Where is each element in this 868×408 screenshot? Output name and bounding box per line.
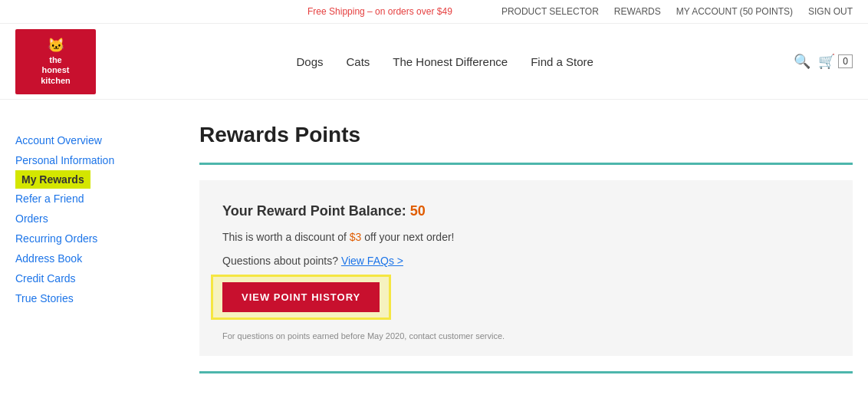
cart-count: 0 <box>838 54 853 68</box>
teal-divider-bottom <box>199 371 853 373</box>
content-wrapper: Account Overview Personal Information My… <box>0 100 868 396</box>
discount-suffix: off your next order! <box>364 231 454 243</box>
product-selector-link[interactable]: PRODUCT SELECTOR <box>501 6 599 17</box>
disclaimer: For questions on points earned before Ma… <box>222 331 830 341</box>
nav-honest-difference[interactable]: The Honest Difference <box>393 55 508 68</box>
balance-line: Your Reward Point Balance: 50 <box>222 203 830 219</box>
sidebar-item-true-stories[interactable]: True Stories <box>15 288 169 308</box>
sign-out-link[interactable]: SIGN OUT <box>808 6 853 17</box>
main-nav: Dogs Cats The Honest Difference Find a S… <box>96 55 794 68</box>
discount-text: This is worth a discount of <box>222 231 347 243</box>
view-point-history-button[interactable]: VIEW POINT HISTORY <box>222 282 380 312</box>
header: 🐱 thehonestkitchen Dogs Cats The Honest … <box>0 24 868 100</box>
faq-text: Questions about points? <box>222 255 338 267</box>
sidebar-item-account-overview[interactable]: Account Overview <box>15 130 169 150</box>
cart-icon: 🛒 <box>818 53 835 70</box>
discount-amount: $3 <box>350 231 362 243</box>
faq-line: Questions about points? View FAQs > <box>222 255 830 267</box>
sidebar: Account Overview Personal Information My… <box>15 123 169 373</box>
sidebar-item-refer-friend[interactable]: Refer a Friend <box>15 189 169 209</box>
sidebar-item-personal-info[interactable]: Personal Information <box>15 150 169 170</box>
main-content: Rewards Points Your Reward Point Balance… <box>169 123 853 373</box>
teal-divider-top <box>199 163 853 165</box>
sidebar-item-orders[interactable]: Orders <box>15 209 169 229</box>
balance-value: 50 <box>410 203 426 219</box>
top-nav: PRODUCT SELECTOR REWARDS MY ACCOUNT (50 … <box>501 6 853 17</box>
header-icons: 🔍 🛒 0 <box>794 53 853 70</box>
my-account-link[interactable]: MY ACCOUNT (50 POINTS) <box>676 6 793 17</box>
sidebar-item-credit-cards[interactable]: Credit Cards <box>15 268 169 288</box>
search-icon[interactable]: 🔍 <box>794 53 810 70</box>
top-bar: Free Shipping – on orders over $49 PRODU… <box>0 0 868 24</box>
nav-find-store[interactable]: Find a Store <box>531 55 593 68</box>
sidebar-item-address-book[interactable]: Address Book <box>15 248 169 268</box>
shipping-banner: Free Shipping – on orders over $49 <box>258 6 501 17</box>
sidebar-item-my-rewards[interactable]: My Rewards <box>15 170 90 189</box>
rewards-link[interactable]: REWARDS <box>614 6 661 17</box>
logo-animal-icon: 🐱 <box>48 37 64 54</box>
balance-label: Your Reward Point Balance: <box>222 203 406 219</box>
sidebar-item-recurring-orders[interactable]: Recurring Orders <box>15 229 169 248</box>
page-title: Rewards Points <box>199 123 853 147</box>
logo[interactable]: 🐱 thehonestkitchen <box>15 29 96 94</box>
rewards-card: Your Reward Point Balance: 50 This is wo… <box>199 180 853 356</box>
cart-wrapper[interactable]: 🛒 0 <box>818 53 853 70</box>
nav-cats[interactable]: Cats <box>346 55 370 68</box>
discount-line: This is worth a discount of $3 off your … <box>222 231 830 243</box>
nav-dogs[interactable]: Dogs <box>296 55 323 68</box>
faq-link[interactable]: View FAQs > <box>341 255 403 267</box>
points-label: 50 POINTS <box>743 6 790 17</box>
view-btn-wrapper: VIEW POINT HISTORY <box>222 282 380 312</box>
logo-text: thehonestkitchen <box>41 55 71 86</box>
